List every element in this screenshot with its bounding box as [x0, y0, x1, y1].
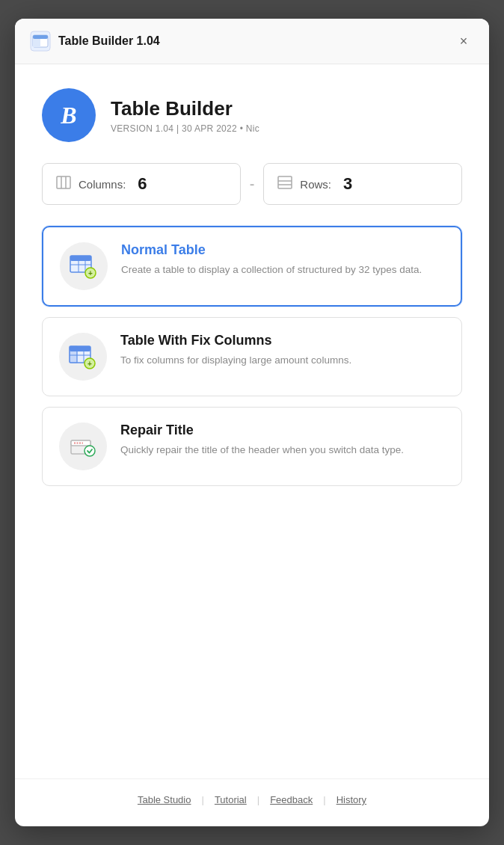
- svg-text:+: +: [87, 360, 92, 368]
- svg-point-28: [84, 446, 95, 456]
- plugin-icon: [30, 31, 51, 52]
- footer-link-table-studio[interactable]: Table Studio: [127, 794, 202, 805]
- columns-control[interactable]: Columns: 6: [42, 163, 241, 205]
- app-info: Table Builder VERSION 1.04 | 30 APR 2022…: [111, 97, 259, 134]
- svg-text:+: +: [88, 269, 93, 277]
- normal-table-icon: +: [67, 250, 100, 283]
- card-repair-title[interactable]: Repair Title Quickly repair the title of…: [42, 407, 462, 486]
- card-list: + Normal Table Create a table to display…: [42, 226, 462, 486]
- svg-rect-2: [33, 35, 48, 39]
- card-fix-columns[interactable]: + Table With Fix Columns To fix columns …: [42, 317, 462, 396]
- app-name: Table Builder: [111, 97, 259, 120]
- card-text-fix: Table With Fix Columns To fix columns fo…: [120, 333, 351, 368]
- app-meta: VERSION 1.04 | 30 APR 2022 • Nic: [111, 123, 259, 134]
- card-title-repair: Repair Title: [120, 423, 404, 438]
- svg-rect-4: [57, 176, 70, 188]
- card-icon-wrapper-fix: +: [59, 333, 107, 381]
- card-desc-fix: To fix columns for displaying large amou…: [120, 353, 351, 368]
- svg-rect-19: [70, 346, 77, 363]
- app-logo: B: [42, 88, 96, 142]
- controls-row: Columns: 6 - Rows: 3: [42, 163, 462, 205]
- logo-letter: B: [61, 102, 76, 129]
- footer-link-history[interactable]: History: [326, 794, 377, 805]
- footer: Table Studio | Tutorial | Feedback | His…: [15, 778, 489, 826]
- svg-rect-7: [278, 176, 292, 188]
- card-text-normal: Normal Table Create a table to display a…: [121, 242, 422, 277]
- columns-label: Columns:: [79, 178, 126, 191]
- card-icon-wrapper-normal: +: [60, 242, 108, 290]
- footer-link-feedback[interactable]: Feedback: [259, 794, 323, 805]
- rows-icon: [277, 176, 292, 193]
- svg-rect-11: [70, 256, 91, 261]
- columns-icon: [56, 176, 71, 193]
- separator: -: [250, 176, 255, 193]
- fix-columns-icon: +: [67, 340, 99, 373]
- dialog-container: Table Builder 1.04 × B Table Builder VER…: [15, 19, 489, 826]
- card-icon-wrapper-repair: [59, 423, 107, 470]
- rows-value: 3: [343, 174, 352, 194]
- svg-rect-3: [33, 39, 40, 47]
- version-label: VERSION 1.04: [111, 123, 173, 134]
- card-title-fix: Table With Fix Columns: [120, 333, 351, 348]
- app-header: B Table Builder VERSION 1.04 | 30 APR 20…: [42, 88, 462, 142]
- footer-link-tutorial[interactable]: Tutorial: [204, 794, 257, 805]
- card-title-normal: Normal Table: [121, 242, 422, 258]
- card-desc-repair: Quickly repair the title of the header w…: [120, 443, 404, 458]
- columns-value: 6: [138, 174, 147, 194]
- rows-control[interactable]: Rows: 3: [263, 163, 462, 205]
- main-content: B Table Builder VERSION 1.04 | 30 APR 20…: [15, 64, 489, 778]
- card-desc-normal: Create a table to display a collection o…: [121, 262, 422, 277]
- title-bar: Table Builder 1.04 ×: [15, 19, 489, 64]
- repair-title-icon: [67, 430, 99, 463]
- rows-label: Rows:: [300, 178, 331, 191]
- close-button[interactable]: ×: [453, 31, 474, 52]
- app-author: Nic: [246, 123, 259, 134]
- title-bar-text: Table Builder 1.04: [58, 34, 446, 48]
- card-text-repair: Repair Title Quickly repair the title of…: [120, 423, 404, 458]
- app-date: 30 APR 2022: [182, 123, 237, 134]
- card-normal-table[interactable]: + Normal Table Create a table to display…: [42, 226, 462, 307]
